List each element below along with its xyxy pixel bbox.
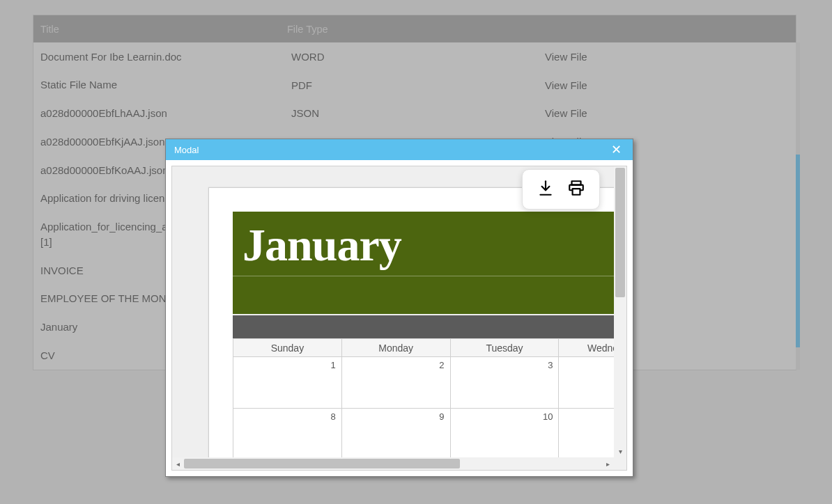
- calendar-grid: Sunday Monday Tuesday Wednesday Thursday…: [233, 338, 614, 457]
- viewer-scrollbar-thumb-horizontal[interactable]: [184, 459, 460, 468]
- viewer-scrollbar-horizontal[interactable]: ◂ ▸: [172, 457, 614, 470]
- day-header: Wednesday: [559, 339, 614, 357]
- day-header: Tuesday: [450, 339, 559, 357]
- calendar-cell: 9: [341, 409, 450, 458]
- download-icon[interactable]: [537, 179, 555, 200]
- document-page: January Sunday Monday Tuesday Wednesday …: [208, 187, 614, 457]
- scroll-right-icon[interactable]: ▸: [602, 457, 614, 470]
- calendar-subheader: [233, 314, 614, 338]
- print-icon[interactable]: [567, 179, 585, 200]
- day-header: Monday: [341, 339, 450, 357]
- document-viewer: January Sunday Monday Tuesday Wednesday …: [171, 166, 627, 471]
- modal-titlebar[interactable]: Modal ✕: [166, 139, 633, 160]
- banner-divider: [233, 276, 614, 276]
- file-preview-modal: Modal ✕: [165, 139, 633, 477]
- calendar-cell: 3: [450, 357, 559, 409]
- day-header: Sunday: [233, 339, 342, 357]
- modal-title: Modal: [174, 145, 199, 155]
- calendar-cell: 10: [450, 409, 559, 458]
- viewer-toolbar: [522, 169, 600, 210]
- calendar-cell: 11: [559, 409, 614, 458]
- calendar-cell: 1: [233, 357, 342, 409]
- viewer-scrollbar-thumb-vertical[interactable]: [615, 168, 625, 297]
- calendar-title-banner: January: [233, 212, 614, 314]
- modal-body: January Sunday Monday Tuesday Wednesday …: [166, 160, 633, 476]
- scroll-left-icon[interactable]: ◂: [172, 457, 184, 470]
- viewer-scrollbar-corner: [614, 457, 626, 470]
- calendar-month-title: January: [233, 212, 614, 271]
- document-viewport[interactable]: January Sunday Monday Tuesday Wednesday …: [172, 166, 614, 457]
- calendar-cell: 8: [233, 409, 342, 458]
- calendar-cell: 4: [559, 357, 614, 409]
- scroll-down-icon[interactable]: ▾: [614, 445, 626, 457]
- svg-rect-1: [573, 189, 580, 195]
- calendar-cell: 2: [341, 357, 450, 409]
- close-icon[interactable]: ✕: [608, 143, 624, 156]
- viewer-scrollbar-vertical[interactable]: ▾: [614, 166, 626, 457]
